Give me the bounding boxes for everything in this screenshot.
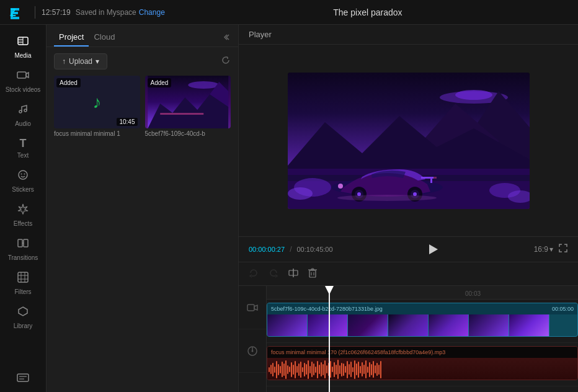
waveform-bar xyxy=(356,363,357,375)
upload-button[interactable]: ↑ Upload ▾ xyxy=(54,53,107,69)
waveform-bar xyxy=(283,363,285,376)
video-clip-frames xyxy=(267,314,577,337)
topbar-change-link[interactable]: Change xyxy=(139,8,165,17)
waveform-bar xyxy=(367,367,368,373)
upload-chevron-icon: ▾ xyxy=(96,57,99,66)
sidebar-item-captions[interactable] xyxy=(0,367,46,392)
waveform-bar xyxy=(373,361,374,378)
player-play-button[interactable] xyxy=(425,241,442,258)
svg-rect-58 xyxy=(311,269,314,270)
stickers-icon xyxy=(17,169,29,184)
waveform-bar xyxy=(378,365,380,375)
svg-point-7 xyxy=(19,110,22,113)
collapse-panel-button[interactable] xyxy=(221,32,231,44)
waveform-bar xyxy=(369,362,370,377)
waveform-bar xyxy=(317,361,318,378)
waveform-bar xyxy=(336,365,337,375)
sidebar-item-text[interactable]: T Text xyxy=(0,132,46,164)
svg-point-9 xyxy=(19,171,27,179)
sidebar-item-media[interactable]: Media xyxy=(0,30,46,64)
waveform-bar xyxy=(358,362,359,378)
sidebar-item-filters[interactable]: Filters xyxy=(0,266,46,300)
waveform-bar xyxy=(295,361,296,378)
audio-note-icon: ♪ xyxy=(92,92,101,112)
tab-project[interactable]: Project xyxy=(54,30,89,47)
list-item[interactable]: Added ♪ 10:45 focus minimal minimal 1 xyxy=(54,76,140,137)
svg-point-31 xyxy=(455,90,492,100)
svg-point-25 xyxy=(188,81,219,89)
transitions-icon xyxy=(17,237,29,252)
waveform-bar xyxy=(365,360,367,378)
project-title: The pixel paradox xyxy=(165,7,571,17)
waveform-bar xyxy=(272,363,273,376)
waveform-bar xyxy=(315,367,316,373)
sidebar-item-effects[interactable]: Effects xyxy=(0,198,46,232)
audio-track-control[interactable] xyxy=(239,329,266,373)
video-clip-header: 5cbef7f6-109c-40cd-b2cd-7280b71331be.jpg… xyxy=(267,303,577,314)
svg-rect-2 xyxy=(18,37,23,45)
fullscreen-button[interactable] xyxy=(558,243,568,256)
ruler-mark: 00:03 xyxy=(465,290,481,297)
svg-rect-21 xyxy=(17,374,29,381)
topbar-divider xyxy=(35,6,35,19)
svg-point-50 xyxy=(288,187,313,200)
tab-cloud[interactable]: Cloud xyxy=(89,30,120,47)
timeline-section: 00:03 5cbef7f6-109c-40cd-b2cd-7280b71331… xyxy=(239,262,578,392)
audio-clip-name: focus minimal minimal 170 (2f1c0626f6624… xyxy=(271,349,445,355)
sidebar-item-stickers[interactable]: Stickers xyxy=(0,164,46,198)
svg-point-64 xyxy=(252,350,254,352)
player-header: Player xyxy=(239,25,578,45)
undo-button[interactable] xyxy=(246,265,261,283)
svg-point-47 xyxy=(338,184,343,189)
sidebar-label-effects: Effects xyxy=(14,220,32,227)
audio-clip[interactable]: focus minimal minimal 170 (2f1c0626f6624… xyxy=(267,346,578,380)
video-clip[interactable]: 5cbef7f6-109c-40cd-b2cd-7280b71331be.jpg… xyxy=(267,303,578,337)
refresh-button[interactable] xyxy=(221,55,231,68)
waveform-bar xyxy=(278,364,279,375)
video-frame xyxy=(429,314,469,337)
player-total-time: 00:10:45:00 xyxy=(296,246,332,253)
list-item[interactable]: Added 5cbef7f6-109c-40cd-b xyxy=(145,76,231,137)
waveform-bar xyxy=(349,364,350,375)
content-right: Player xyxy=(239,25,578,392)
video-frame xyxy=(388,314,429,337)
sidebar-label-media: Media xyxy=(14,52,31,59)
media-panel: Project Cloud ↑ Upload ▾ xyxy=(47,25,239,392)
video-frame xyxy=(267,314,308,337)
sidebar-item-stock-videos[interactable]: Stock videos xyxy=(0,64,46,98)
playhead[interactable] xyxy=(329,286,330,392)
delete-button[interactable] xyxy=(306,265,319,283)
svg-rect-61 xyxy=(247,305,254,311)
player-controls: 00:00:00:27 / 00:10:45:00 16:9 ▾ xyxy=(239,236,578,262)
waveform-bar xyxy=(285,360,287,379)
split-button[interactable] xyxy=(286,265,301,283)
stock-videos-icon xyxy=(17,69,29,84)
waveform-bar xyxy=(352,367,353,372)
waveform-bar xyxy=(324,360,326,378)
player-section: Player xyxy=(239,25,578,262)
video-frame xyxy=(509,314,549,337)
waveform-bar xyxy=(345,366,346,373)
sidebar-item-transitions[interactable]: Transitions xyxy=(0,232,46,266)
video-track-control[interactable] xyxy=(239,286,266,329)
upload-label: Upload xyxy=(69,57,92,66)
media-thumbnail-video: Added xyxy=(145,76,231,128)
sidebar-item-audio[interactable]: Audio xyxy=(0,98,46,132)
waveform-bar xyxy=(274,367,275,373)
waveform-bar xyxy=(276,361,277,378)
video-frame xyxy=(308,314,348,337)
redo-button[interactable] xyxy=(266,265,281,283)
waveform-bar xyxy=(354,360,355,379)
sidebar: Media Stock videos Audio T xyxy=(0,25,47,392)
svg-rect-46 xyxy=(430,177,432,183)
media-item-name-video: 5cbef7f6-109c-40cd-b xyxy=(145,130,231,137)
audio-clip-header: focus minimal minimal 170 (2f1c0626f6624… xyxy=(267,347,577,358)
waveform-bar xyxy=(321,362,322,376)
topbar: Z 12:57:19 Saved in Myspace Change The p… xyxy=(0,0,578,25)
aspect-ratio-selector[interactable]: 16:9 ▾ xyxy=(534,245,553,254)
aspect-ratio-label: 16:9 xyxy=(534,245,548,254)
timeline-toolbar xyxy=(239,262,578,286)
waveform-bar xyxy=(337,360,339,379)
waveform-bars xyxy=(267,358,577,380)
sidebar-item-library[interactable]: Library xyxy=(0,300,46,334)
